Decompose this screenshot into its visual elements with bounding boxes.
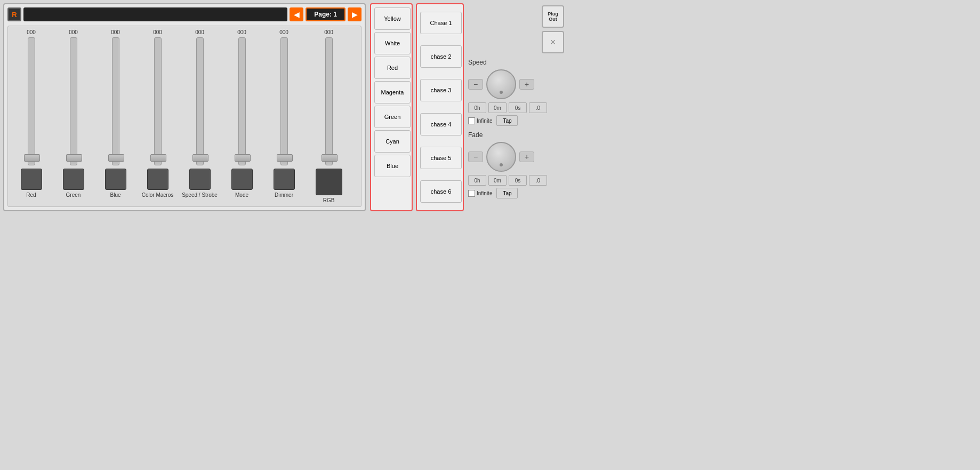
fader-track-6[interactable]	[280, 37, 288, 165]
fade-time-field-0[interactable]: 0h	[468, 175, 486, 186]
prev-page-button[interactable]: ◀	[290, 7, 303, 21]
fader-track-1[interactable]	[70, 37, 77, 165]
fade-time-field-2[interactable]: 0s	[509, 175, 527, 186]
speed-time-field-2[interactable]: 0s	[509, 102, 527, 113]
fade-time-row: 0h0m0s.0	[468, 175, 564, 186]
color-button-white[interactable]: White	[374, 32, 411, 54]
fader-thumb-0[interactable]	[24, 154, 40, 162]
prev-icon: ◀	[294, 10, 300, 19]
fader-thumb-4[interactable]	[192, 154, 208, 162]
fader-track-0[interactable]	[28, 37, 35, 165]
chase-button-3[interactable]: chase 3	[420, 79, 462, 101]
fader-thumb-1[interactable]	[66, 154, 82, 162]
fader-track-5[interactable]	[238, 37, 246, 165]
fader-label-1: Green	[66, 192, 81, 198]
fader-channel-green: 000 Green	[53, 29, 93, 203]
faders-area: 000 Red 000 Green 000 Blue 000	[7, 26, 362, 207]
fade-knob[interactable]	[486, 142, 516, 172]
speed-knob-row: − +	[468, 69, 564, 99]
speed-time-field-1[interactable]: 0m	[488, 102, 507, 113]
color-button-cyan[interactable]: Cyan	[374, 130, 411, 153]
speed-plus-button[interactable]: +	[519, 79, 534, 90]
fader-label-4: Speed / Strobe	[182, 192, 218, 198]
logo-button[interactable]: R	[7, 7, 21, 21]
fader-label-7: RGB	[323, 197, 335, 203]
color-button-magenta[interactable]: Magenta	[374, 81, 411, 103]
fader-value-6: 000	[279, 29, 288, 35]
chase-button-1[interactable]: Chase 1	[420, 12, 462, 34]
fader-track-7[interactable]	[325, 37, 333, 165]
speed-options-row: Infinite Tap	[468, 115, 564, 126]
speed-knob[interactable]	[486, 69, 516, 99]
fader-channel-mode: 000 Mode	[222, 29, 262, 203]
fader-label-5: Mode	[235, 192, 248, 198]
fade-plus-button[interactable]: +	[519, 152, 534, 162]
speed-infinite-checkbox[interactable]	[468, 117, 475, 124]
fader-thumb-7[interactable]	[322, 154, 338, 162]
x-button[interactable]: ×	[542, 31, 564, 53]
fader-label-2: Blue	[110, 192, 121, 198]
fader-channel-rgb: 000 RGB	[306, 29, 351, 203]
fade-minus-button[interactable]: −	[468, 152, 483, 162]
fade-options-row: Infinite Tap	[468, 188, 564, 198]
speed-time-field-3[interactable]: .0	[529, 102, 547, 113]
fader-button-3[interactable]	[147, 169, 168, 190]
fader-value-2: 000	[111, 29, 120, 35]
right-top-buttons: Plug Out ×	[468, 5, 564, 53]
speed-tap-button[interactable]: Tap	[496, 115, 518, 126]
plug-out-button[interactable]: Plug Out	[542, 5, 564, 28]
left-panel: R ◀ Page: 1 ▶ 000 Red 000	[3, 3, 366, 211]
fader-label-6: Dimmer	[275, 192, 293, 198]
fader-track-3[interactable]	[154, 37, 162, 165]
fader-channel-dimmer: 000 Dimmer	[264, 29, 304, 203]
fade-time-field-3[interactable]: .0	[529, 175, 547, 186]
next-icon: ▶	[352, 10, 358, 19]
fade-section: Fade − + 0h0m0s.0 Infinite Tap	[468, 131, 564, 198]
fader-thumb-3[interactable]	[150, 154, 166, 162]
fader-value-1: 000	[69, 29, 78, 35]
fade-infinite-checkbox[interactable]	[468, 190, 475, 197]
fade-infinite-group: Infinite	[468, 190, 492, 197]
chase-button-2[interactable]: chase 2	[420, 45, 462, 68]
fader-button-6[interactable]	[274, 169, 295, 190]
color-button-yellow[interactable]: Yellow	[374, 7, 411, 30]
page-label: Page: 1	[306, 7, 346, 21]
fader-channel-speed-/-strobe: 000 Speed / Strobe	[180, 29, 220, 203]
speed-title: Speed	[468, 59, 564, 66]
middle-panel: YellowWhiteRedMagentaGreenCyanBlue Chase…	[370, 3, 464, 211]
fade-tap-button[interactable]: Tap	[496, 188, 518, 198]
fader-channel-blue: 000 Blue	[95, 29, 135, 203]
speed-minus-button[interactable]: −	[468, 79, 483, 90]
fader-button-5[interactable]	[231, 169, 253, 190]
speed-time-field-0[interactable]: 0h	[468, 102, 486, 113]
chase-button-5[interactable]: chase 5	[420, 147, 462, 169]
speed-infinite-label: Infinite	[477, 118, 492, 124]
fader-channel-color-macros: 000 Color Macros	[138, 29, 178, 203]
fader-button-1[interactable]	[63, 169, 84, 190]
fader-label-3: Color Macros	[142, 192, 173, 198]
fader-button-7[interactable]	[316, 169, 342, 195]
fader-label-0: Red	[26, 192, 36, 198]
fader-track-4[interactable]	[196, 37, 204, 165]
fader-thumb-6[interactable]	[277, 154, 293, 162]
fade-knob-row: − +	[468, 142, 564, 172]
next-page-button[interactable]: ▶	[348, 7, 362, 21]
fader-button-4[interactable]	[189, 169, 211, 190]
fade-time-field-1[interactable]: 0m	[488, 175, 507, 186]
chase-button-4[interactable]: chase 4	[420, 113, 462, 136]
color-button-blue[interactable]: Blue	[374, 155, 411, 177]
fader-track-2[interactable]	[112, 37, 119, 165]
fade-title: Fade	[468, 131, 564, 139]
fader-button-0[interactable]	[21, 169, 42, 190]
speed-section: Speed − + 0h0m0s.0 Infinite Tap	[468, 59, 564, 126]
fader-thumb-5[interactable]	[235, 154, 251, 162]
fader-thumb-2[interactable]	[108, 154, 124, 162]
plug-out-line2: Out	[549, 17, 557, 22]
color-button-green[interactable]: Green	[374, 106, 411, 128]
chase-button-6[interactable]: chase 6	[420, 180, 462, 203]
fader-button-2[interactable]	[105, 169, 126, 190]
fade-knob-dot	[500, 163, 503, 166]
fade-infinite-label: Infinite	[477, 190, 492, 196]
color-button-red[interactable]: Red	[374, 57, 411, 79]
fader-value-7: 000	[324, 29, 333, 35]
